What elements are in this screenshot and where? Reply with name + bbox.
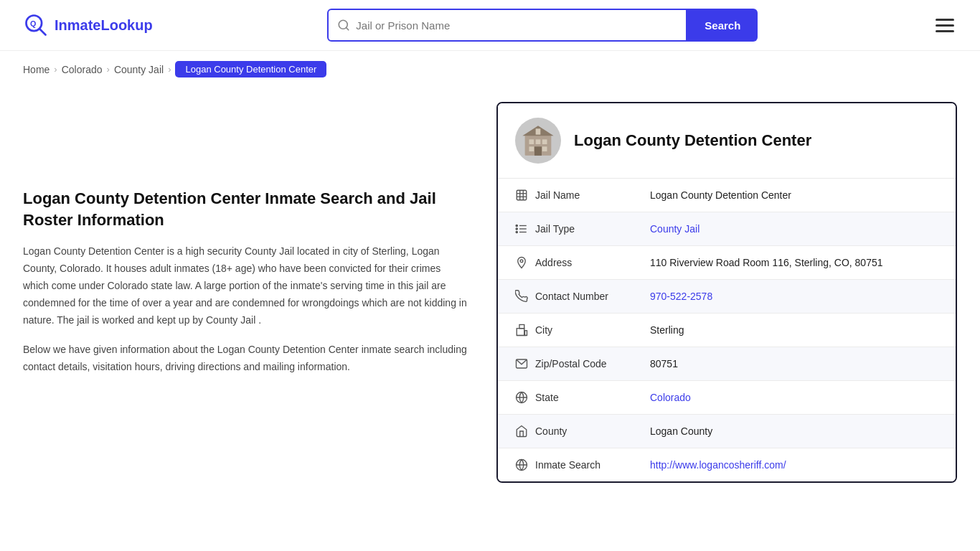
svg-point-23: [516, 228, 517, 230]
hamburger-line-3: [936, 30, 954, 32]
jail-icon: [515, 189, 535, 202]
info-row-city: City Sterling: [498, 314, 956, 347]
county-icon: [515, 425, 535, 438]
jail-name-value: Logan County Detention Center: [650, 189, 938, 201]
svg-rect-26: [517, 329, 524, 336]
address-icon: [515, 256, 535, 269]
inmate-search-link[interactable]: http://www.logancosheriff.com/: [650, 459, 786, 471]
svg-text:Q: Q: [30, 19, 36, 28]
address-label: Address: [535, 257, 650, 268]
card-facility-name: Logan County Detention Center: [574, 131, 811, 150]
svg-rect-12: [534, 146, 542, 156]
info-row-contact: Contact Number 970-522-2578: [498, 280, 956, 314]
svg-rect-8: [536, 139, 541, 144]
breadcrumb-home[interactable]: Home: [23, 64, 50, 75]
svg-line-4: [347, 27, 349, 29]
page-desc-1: Logan County Detention Center is a high …: [23, 243, 468, 329]
county-label: County: [535, 425, 650, 437]
search-input[interactable]: [356, 19, 677, 32]
state-value: Colorado: [650, 392, 938, 403]
city-icon: [515, 324, 535, 336]
breadcrumb-state[interactable]: Colorado: [62, 64, 103, 75]
page-desc-2: Below we have given information about th…: [23, 342, 468, 376]
state-link[interactable]: Colorado: [650, 392, 691, 403]
logo[interactable]: Q InmateLookup: [23, 12, 153, 38]
info-row-state: State Colorado: [498, 381, 956, 415]
type-icon: [515, 222, 535, 235]
info-row-jail-name: Jail Name Logan County Detention Center: [498, 179, 956, 212]
info-row-address: Address 110 Riverview Road Room 116, Ste…: [498, 246, 956, 280]
search-button[interactable]: Search: [687, 9, 758, 42]
state-icon: [515, 391, 535, 404]
facility-building-icon: [520, 123, 556, 159]
info-row-jail-type: Jail Type County Jail: [498, 212, 956, 246]
svg-rect-28: [525, 331, 527, 336]
main-content: Logan County Detention Center Inmate Sea…: [0, 88, 980, 512]
hamburger-line-2: [936, 24, 954, 27]
facility-thumbnail: [515, 118, 561, 164]
breadcrumb-type[interactable]: County Jail: [114, 64, 164, 75]
jail-type-label: Jail Type: [535, 223, 650, 235]
inmate-search-value: http://www.logancosheriff.com/: [650, 459, 938, 471]
contact-link[interactable]: 970-522-2578: [650, 291, 712, 302]
logo-icon: Q: [23, 12, 49, 38]
jail-name-label: Jail Name: [535, 189, 650, 201]
svg-point-24: [516, 231, 517, 232]
svg-rect-14: [517, 190, 527, 200]
zip-label: Zip/Postal Code: [535, 358, 650, 369]
inmate-search-label: Inmate Search: [535, 459, 650, 471]
info-card: Logan County Detention Center Jail Name …: [496, 102, 957, 483]
search-wrapper: [327, 9, 687, 42]
site-header: Q InmateLookup Search: [0, 0, 980, 51]
left-column: Logan County Detention Center Inmate Sea…: [23, 102, 468, 483]
state-label: State: [535, 392, 650, 403]
contact-value: 970-522-2578: [650, 291, 938, 302]
svg-rect-11: [542, 146, 547, 151]
info-row-inmate-search: Inmate Search http://www.logancosheriff.…: [498, 448, 956, 481]
contact-label: Contact Number: [535, 291, 650, 302]
zip-icon: [515, 357, 535, 370]
jail-type-link[interactable]: County Jail: [650, 223, 699, 235]
phone-icon: [515, 290, 535, 303]
address-value: 110 Riverview Road Room 116, Sterling, C…: [650, 257, 938, 268]
jail-type-value: County Jail: [650, 223, 938, 235]
svg-rect-10: [529, 146, 534, 151]
search-icon: [337, 19, 350, 32]
info-row-zip: Zip/Postal Code 80751: [498, 347, 956, 381]
svg-rect-27: [519, 325, 524, 329]
county-value: Logan County: [650, 425, 938, 437]
breadcrumb-current: Logan County Detention Center: [175, 61, 326, 77]
page-title: Logan County Detention Center Inmate Sea…: [23, 188, 468, 230]
breadcrumb: Home › Colorado › County Jail › Logan Co…: [0, 51, 980, 88]
search-area: Search: [327, 9, 758, 42]
right-column: Logan County Detention Center Jail Name …: [496, 102, 957, 483]
city-label: City: [535, 324, 650, 336]
svg-line-1: [39, 29, 46, 35]
breadcrumb-sep-2: ›: [107, 64, 110, 75]
svg-rect-9: [542, 139, 547, 144]
info-rows: Jail Name Logan County Detention Center …: [498, 179, 956, 481]
svg-rect-13: [536, 128, 541, 134]
zip-value: 80751: [650, 358, 938, 369]
svg-rect-7: [529, 139, 534, 144]
logo-text: InmateLookup: [55, 17, 153, 34]
card-header: Logan County Detention Center: [498, 103, 956, 179]
svg-point-25: [520, 260, 523, 263]
city-value: Sterling: [650, 324, 938, 336]
web-icon: [515, 458, 535, 471]
breadcrumb-sep-3: ›: [168, 64, 171, 75]
breadcrumb-sep-1: ›: [54, 64, 57, 75]
hamburger-line-1: [936, 19, 954, 21]
svg-point-22: [516, 225, 517, 226]
info-row-county: County Logan County: [498, 415, 956, 448]
menu-button[interactable]: [933, 16, 957, 35]
